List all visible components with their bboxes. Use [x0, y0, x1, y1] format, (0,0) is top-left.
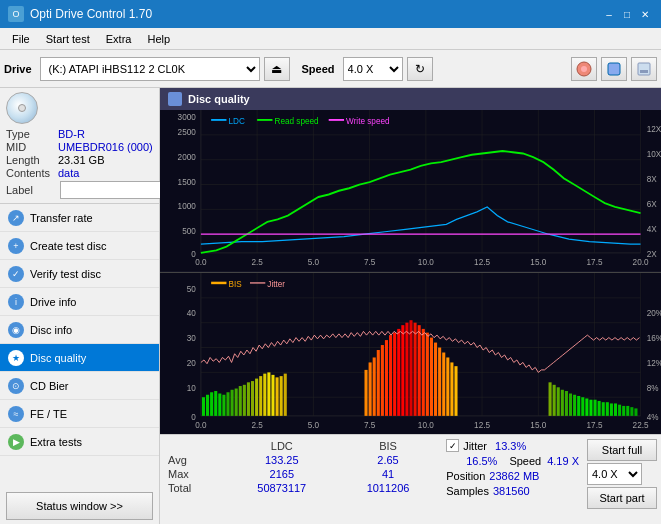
svg-rect-83 [271, 374, 274, 415]
app-title: Opti Drive Control 1.70 [30, 7, 152, 21]
svg-rect-86 [284, 373, 287, 415]
action-buttons: Start full 4.0 X 2.0 X 8.0 X Start part [587, 439, 657, 520]
svg-text:Read speed: Read speed [275, 115, 319, 126]
speed-label-stat: Speed [509, 455, 541, 467]
svg-text:7.5: 7.5 [364, 257, 375, 268]
disc-mid-row: MID UMEBDR016 (000) [6, 141, 153, 153]
position-row: Position 23862 MB [446, 470, 579, 482]
svg-text:Write speed: Write speed [346, 115, 389, 126]
svg-point-1 [581, 66, 587, 72]
svg-rect-100 [418, 325, 421, 416]
svg-text:4X: 4X [647, 223, 657, 234]
stats-max-label: Max [164, 467, 226, 481]
svg-rect-98 [409, 320, 412, 416]
drive-select[interactable]: (K:) ATAPI iHBS112 2 CL0K [40, 57, 260, 81]
nav-drive-info-label: Drive info [30, 296, 76, 308]
nav-disc-info[interactable]: ◉ Disc info [0, 316, 159, 344]
svg-rect-108 [450, 362, 453, 415]
menu-help[interactable]: Help [139, 31, 178, 47]
chart-top: 0 500 1000 1500 2000 2500 3000 2X 4X 6X … [160, 110, 661, 273]
stats-total-ldc: 50873117 [226, 481, 338, 495]
svg-text:12X: 12X [647, 124, 661, 135]
verify-test-disc-icon: ✓ [8, 266, 24, 282]
main-layout: Type BD-R MID UMEBDR016 (000) Length 23.… [0, 88, 661, 524]
disc-mid-value: UMEBDR016 (000) [58, 141, 153, 153]
svg-rect-103 [430, 337, 433, 415]
svg-text:10.0: 10.0 [418, 419, 434, 430]
svg-rect-115 [569, 393, 572, 415]
stats-avg-row: Avg 133.25 2.65 [164, 453, 438, 467]
refresh-button[interactable]: ↻ [407, 57, 433, 81]
svg-text:6X: 6X [647, 198, 657, 209]
extra-tests-icon: ▶ [8, 434, 24, 450]
speed-select[interactable]: 4.0 X 2.0 X 8.0 X [343, 57, 403, 81]
svg-rect-114 [565, 391, 568, 416]
svg-rect-109 [454, 366, 457, 416]
jitter-max-value: 16.5% [466, 455, 497, 467]
svg-text:20: 20 [187, 357, 196, 368]
svg-text:10X: 10X [647, 148, 661, 159]
jitter-checkbox[interactable]: ✓ [446, 439, 459, 452]
svg-rect-79 [255, 378, 258, 415]
svg-text:15.0: 15.0 [530, 257, 546, 268]
nav-extra-tests[interactable]: ▶ Extra tests [0, 428, 159, 456]
svg-rect-89 [373, 357, 376, 415]
svg-rect-121 [594, 399, 597, 415]
nav-fe-te-label: FE / TE [30, 408, 67, 420]
jitter-max-row: 16.5% Speed 4.19 X [446, 455, 579, 467]
start-full-button[interactable]: Start full [587, 439, 657, 461]
svg-rect-118 [581, 397, 584, 416]
svg-rect-87 [364, 369, 367, 415]
menu-start-test[interactable]: Start test [38, 31, 98, 47]
nav-transfer-rate[interactable]: ↗ Transfer rate [0, 204, 159, 232]
menu-file[interactable]: File [4, 31, 38, 47]
nav-drive-info[interactable]: i Drive info [0, 288, 159, 316]
status-window-button[interactable]: Status window >> [6, 492, 153, 520]
chart-top-svg: 0 500 1000 1500 2000 2500 3000 2X 4X 6X … [160, 110, 661, 272]
jitter-row: ✓ Jitter 13.3% [446, 439, 579, 452]
svg-rect-67 [206, 394, 209, 415]
svg-text:17.5: 17.5 [587, 419, 603, 430]
svg-text:BIS: BIS [229, 277, 242, 288]
nav-disc-quality[interactable]: ★ Disc quality [0, 344, 159, 372]
nav-cd-bier[interactable]: ⊙ CD Bier [0, 372, 159, 400]
svg-rect-77 [247, 382, 250, 416]
disc-contents-value: data [58, 167, 79, 179]
stats-col-ldc: LDC [226, 439, 338, 453]
start-part-button[interactable]: Start part [587, 487, 657, 509]
nav-items: ↗ Transfer rate + Create test disc ✓ Ver… [0, 204, 159, 488]
disc-header [6, 92, 153, 124]
disc-contents-label: Contents [6, 167, 58, 179]
nav-create-test-disc[interactable]: + Create test disc [0, 232, 159, 260]
nav-disc-info-label: Disc info [30, 324, 72, 336]
nav-verify-test-disc-label: Verify test disc [30, 268, 101, 280]
close-button[interactable]: ✕ [637, 6, 653, 22]
maximize-button[interactable]: □ [619, 6, 635, 22]
svg-rect-4 [640, 70, 648, 73]
position-label: Position [446, 470, 485, 482]
samples-value: 381560 [493, 485, 530, 497]
svg-text:2500: 2500 [178, 126, 196, 137]
svg-text:0.0: 0.0 [195, 419, 206, 430]
stats-row: LDC BIS Avg 133.25 2.65 Max 2165 41 [164, 439, 657, 520]
svg-text:10: 10 [187, 382, 196, 393]
nav-verify-test-disc[interactable]: ✓ Verify test disc [0, 260, 159, 288]
disc-type-label: Type [6, 128, 58, 140]
toolbar-icon-btn-2[interactable] [601, 57, 627, 81]
minimize-button[interactable]: – [601, 6, 617, 22]
nav-transfer-rate-label: Transfer rate [30, 212, 93, 224]
svg-rect-120 [589, 399, 592, 415]
sidebar: Type BD-R MID UMEBDR016 (000) Length 23.… [0, 88, 160, 524]
nav-fe-te[interactable]: ≈ FE / TE [0, 400, 159, 428]
title-bar-controls: – □ ✕ [601, 6, 653, 22]
toolbar-icon-btn-1[interactable] [571, 57, 597, 81]
svg-rect-95 [397, 328, 400, 415]
disc-type-value: BD-R [58, 128, 85, 140]
disc-contents-row: Contents data [6, 167, 153, 179]
speed-select-action[interactable]: 4.0 X 2.0 X 8.0 X [587, 463, 642, 485]
toolbar-icon-btn-3[interactable] [631, 57, 657, 81]
svg-rect-81 [263, 373, 266, 415]
eject-button[interactable]: ⏏ [264, 57, 290, 81]
stats-area: LDC BIS Avg 133.25 2.65 Max 2165 41 [160, 434, 661, 524]
menu-extra[interactable]: Extra [98, 31, 140, 47]
